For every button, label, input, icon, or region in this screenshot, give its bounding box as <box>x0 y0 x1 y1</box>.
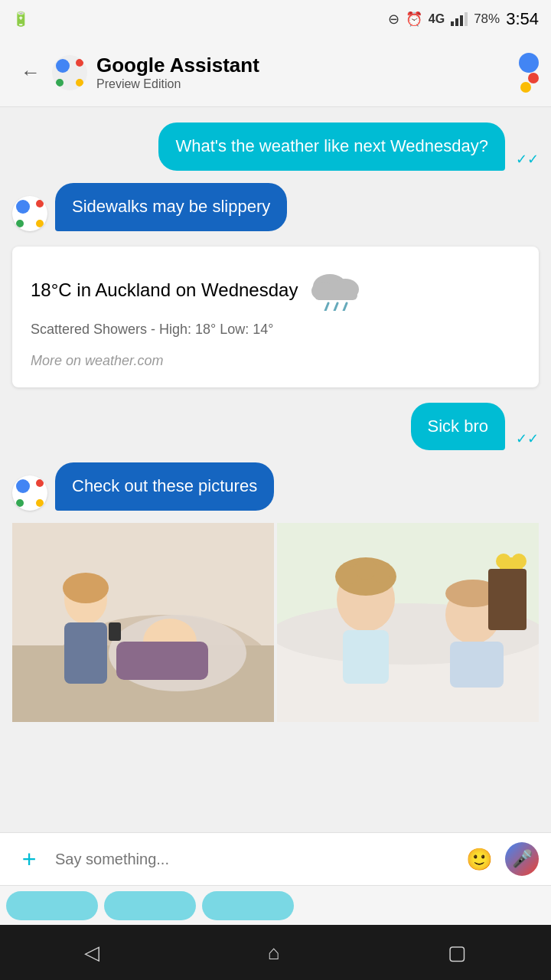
status-right: ⊖ ⏰ 4G 78% 3:54 <box>388 9 539 29</box>
svg-rect-0 <box>451 21 454 26</box>
mic-icon: 🎤 <box>512 849 533 869</box>
pictures-row[interactable] <box>12 523 539 722</box>
svg-rect-32 <box>450 642 504 688</box>
svg-line-8 <box>325 303 328 311</box>
emoji-icon: 🙂 <box>466 847 493 872</box>
weather-title: 18°C in Auckland on Wednesday <box>31 265 520 315</box>
dot-green <box>56 79 64 87</box>
emoji-button[interactable]: 🙂 <box>462 842 496 876</box>
svg-rect-1 <box>455 18 458 26</box>
message-text-assistant-1: Sidewalks may be slippery <box>72 197 270 216</box>
signal-label: 4G <box>429 12 445 26</box>
suggestion-chip-1[interactable] <box>6 891 98 920</box>
ga-dots-2 <box>16 479 44 507</box>
picture-2-content <box>277 523 539 722</box>
svg-line-9 <box>334 303 337 311</box>
logo-dot-yellow <box>520 82 531 93</box>
dot-blue <box>16 200 30 214</box>
mute-icon: ⊖ <box>388 11 399 28</box>
plus-icon: + <box>22 845 37 874</box>
message-row-user-2: Sick bro ✓✓ <box>12 403 539 451</box>
header-subtitle: Preview Edition <box>96 77 499 91</box>
read-receipt-1: ✓✓ <box>516 151 539 168</box>
dot-blue <box>16 479 30 493</box>
chat-area: What's the weather like next Wednesday? … <box>0 107 551 832</box>
suggestions-bar <box>0 885 551 925</box>
dot-green <box>16 499 24 507</box>
dot-yellow <box>76 79 83 87</box>
dot-yellow <box>36 220 44 227</box>
dot-blue <box>56 59 70 73</box>
battery-plus-icon: 🔋 <box>12 11 29 28</box>
recents-nav-icon[interactable]: ▢ <box>448 941 467 965</box>
svg-rect-36 <box>488 569 527 630</box>
svg-rect-3 <box>465 12 468 26</box>
weather-link[interactable]: More on weather.com <box>31 353 520 369</box>
time-label: 3:54 <box>506 9 539 29</box>
picture-2[interactable] <box>277 523 539 722</box>
dot-green <box>16 220 24 227</box>
suggestion-chip-2[interactable] <box>104 891 196 920</box>
svg-point-28 <box>355 558 377 580</box>
input-area: + 🙂 🎤 <box>0 832 551 885</box>
back-button[interactable]: ← <box>12 54 49 91</box>
message-row-user-1: What's the weather like next Wednesday? … <box>12 122 539 171</box>
weather-icon-container <box>307 265 368 315</box>
weather-sub: Scattered Showers - High: 18° Low: 14° <box>31 322 520 338</box>
dot-red <box>76 59 83 67</box>
back-nav-icon[interactable]: ◁ <box>84 941 99 965</box>
svg-rect-7 <box>315 291 357 300</box>
logo-dot-blue <box>519 53 539 73</box>
alarm-icon: ⏰ <box>406 11 422 28</box>
ga-dots-1 <box>16 200 44 227</box>
message-row-assistant-2: Check out these pictures <box>12 462 539 511</box>
assistant-avatar-1 <box>12 196 47 231</box>
svg-rect-16 <box>116 642 208 680</box>
header-titles: Google Assistant Preview Edition <box>96 54 499 91</box>
logo-dot-red <box>528 73 539 83</box>
suggestion-chip-3[interactable] <box>202 891 294 920</box>
signal-bars-icon <box>451 12 468 26</box>
system-nav: ◁ ⌂ ▢ <box>0 925 551 980</box>
bubble-user-1: What's the weather like next Wednesday? <box>158 122 505 171</box>
message-text-user-2: Sick bro <box>428 416 488 436</box>
google-dots-header <box>56 59 83 87</box>
dot-red <box>36 479 44 487</box>
chat-input[interactable] <box>55 851 453 868</box>
status-bar: 🔋 ⊖ ⏰ 4G 78% 3:54 <box>0 0 551 38</box>
read-receipt-2: ✓✓ <box>516 430 539 447</box>
svg-point-18 <box>63 573 109 603</box>
assistant-avatar-header <box>52 55 87 90</box>
svg-line-10 <box>344 303 347 311</box>
bubble-assistant-2: Check out these pictures <box>55 462 274 511</box>
svg-rect-2 <box>460 15 463 26</box>
add-button[interactable]: + <box>12 842 46 876</box>
header: ← Google Assistant Preview Edition <box>0 38 551 107</box>
weather-title-text: 18°C in Auckland on Wednesday <box>31 279 298 301</box>
message-text-assistant-2: Check out these pictures <box>72 476 257 495</box>
home-nav-icon[interactable]: ⌂ <box>268 941 280 965</box>
weather-card[interactable]: 18°C in Auckland on Wednesday Scattered … <box>12 247 539 387</box>
message-text-user-1: What's the weather like next Wednesday? <box>175 136 488 155</box>
svg-rect-19 <box>64 622 107 684</box>
dot-yellow <box>36 499 44 507</box>
svg-rect-29 <box>343 630 389 684</box>
back-arrow-icon: ← <box>21 60 41 84</box>
svg-rect-20 <box>109 622 121 641</box>
status-left: 🔋 <box>12 11 29 28</box>
header-title: Google Assistant <box>96 54 499 77</box>
mic-button[interactable]: 🎤 <box>505 842 539 876</box>
svg-point-34 <box>496 554 511 569</box>
picture-1-content <box>12 523 274 722</box>
dot-red <box>36 200 44 207</box>
cloud-rain-icon <box>307 265 368 311</box>
battery-label: 78% <box>474 11 500 27</box>
picture-1[interactable] <box>12 523 274 722</box>
message-row-assistant-1: Sidewalks may be slippery <box>12 183 539 231</box>
bubble-assistant-1: Sidewalks may be slippery <box>55 183 287 231</box>
google-logo <box>499 53 539 93</box>
assistant-avatar-2 <box>12 475 47 511</box>
svg-point-35 <box>511 554 527 569</box>
bubble-user-2: Sick bro <box>411 403 505 451</box>
